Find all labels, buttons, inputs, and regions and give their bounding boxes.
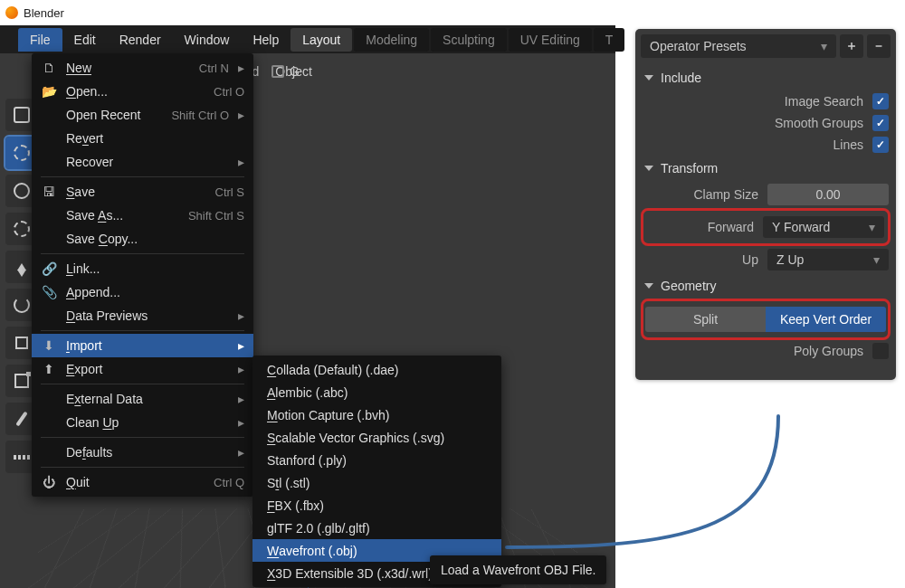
menu-item-open-recent[interactable]: Open RecentShift Ctrl O▸	[32, 103, 253, 127]
rotate-icon	[14, 297, 30, 313]
triangle-down-icon	[644, 75, 653, 81]
save-icon: 🖫	[41, 185, 57, 199]
toggle-keep-vert-order[interactable]: Keep Vert Order	[766, 307, 886, 332]
highlight-geometry-toggle: Split Keep Vert Order	[641, 299, 891, 340]
import-collada[interactable]: Collada (Default) (.dae)	[252, 358, 501, 381]
tab-uv-editing[interactable]: UV Editing	[509, 28, 592, 52]
import-stl[interactable]: Stl (.stl)	[252, 471, 501, 494]
tooltip: Load a Wavefront OBJ File.	[430, 555, 606, 584]
titlebar: Blender	[0, 0, 905, 25]
blender-logo-icon	[5, 6, 18, 19]
power-icon: ⏻	[41, 475, 57, 489]
checkbox-lines[interactable]	[872, 137, 889, 153]
file-menu-dropdown: 🗋NewCtrl N▸ 📂Open...Ctrl O Open RecentSh…	[32, 53, 253, 497]
menubar: File Edit Render Window Help	[18, 28, 291, 52]
workspace-tabs: Layout Modeling Sculpting UV Editing T	[291, 28, 624, 52]
label-clamp-size: Clamp Size	[693, 187, 758, 202]
import-svg[interactable]: Scalable Vector Graphics (.svg)	[252, 426, 501, 449]
menu-file[interactable]: File	[18, 28, 62, 52]
menu-item-save-copy[interactable]: Save Copy...	[32, 227, 253, 251]
triangle-down-icon	[644, 283, 653, 289]
append-icon: 📎	[41, 285, 57, 299]
menu-item-recover[interactable]: Recover▸	[32, 150, 253, 174]
menu-item-save-as[interactable]: Save As...Shift Ctrl S	[32, 204, 253, 227]
menu-item-data-previews[interactable]: Data Previews▸	[32, 304, 253, 327]
lasso-icon	[14, 221, 30, 237]
cursor-icon	[14, 145, 30, 161]
import-fbx[interactable]: FBX (.fbx)	[252, 494, 501, 517]
folder-open-icon: 📂	[41, 84, 57, 99]
chevron-down-icon: ▾	[821, 39, 827, 53]
menu-item-save[interactable]: 🖫SaveCtrl S	[32, 180, 253, 204]
label-up: Up	[742, 252, 758, 267]
label-forward: Forward	[708, 220, 754, 234]
export-icon: ⬆	[41, 362, 57, 376]
menu-edit[interactable]: Edit	[62, 28, 108, 52]
menu-item-import[interactable]: ⬇Import▸	[32, 334, 253, 357]
tab-sculpting[interactable]: Sculpting	[431, 28, 507, 52]
gizmo-label: G	[290, 64, 300, 79]
gizmo-icon[interactable]	[272, 65, 284, 78]
dropdown-up[interactable]: Z Up▾	[767, 249, 889, 270]
menu-item-revert[interactable]: Revert	[32, 127, 253, 150]
triangle-down-icon	[644, 166, 653, 171]
menu-item-clean-up[interactable]: Clean Up▸	[32, 411, 253, 434]
file-new-icon: 🗋	[41, 61, 57, 75]
label-smooth-groups: Smooth Groups	[775, 116, 863, 130]
label-poly-groups: Poly Groups	[794, 344, 863, 358]
preset-select[interactable]: Operator Presets▾	[641, 34, 836, 58]
import-ply[interactable]: Stanford (.ply)	[252, 449, 501, 471]
tab-more[interactable]: T	[594, 28, 625, 52]
import-alembic[interactable]: Alembic (.abc)	[252, 381, 501, 403]
window-title: Blender	[24, 6, 64, 20]
checkbox-image-search[interactable]	[872, 93, 889, 109]
import-gltf[interactable]: glTF 2.0 (.glb/.gltf)	[252, 517, 501, 539]
preset-remove-button[interactable]: －	[867, 34, 891, 58]
toggle-split[interactable]: Split	[645, 307, 766, 332]
section-transform[interactable]: Transform	[641, 156, 891, 181]
menu-item-defaults[interactable]: Defaults▸	[32, 441, 253, 464]
tab-layout[interactable]: Layout	[291, 28, 352, 52]
select-box-icon	[14, 107, 30, 123]
highlight-forward: ForwardY Forward▾	[641, 208, 891, 246]
measure-icon	[14, 455, 30, 460]
menu-item-export[interactable]: ⬆Export▸	[32, 357, 253, 381]
menu-render[interactable]: Render	[108, 28, 173, 52]
annotate-icon	[15, 411, 28, 426]
input-clamp-size[interactable]: 0.00	[767, 184, 889, 205]
label-lines: Lines	[834, 138, 863, 152]
chevron-down-icon: ▾	[869, 220, 875, 234]
dropdown-forward[interactable]: Y Forward▾	[763, 216, 884, 238]
menu-item-link[interactable]: 🔗Link...	[32, 257, 253, 280]
import-submenu: Collada (Default) (.dae) Alembic (.abc) …	[252, 356, 501, 587]
preset-add-button[interactable]: ＋	[840, 34, 863, 58]
section-geometry[interactable]: Geometry	[641, 273, 891, 299]
section-include[interactable]: Include	[641, 65, 891, 90]
circle-icon	[14, 183, 30, 199]
import-icon: ⬇	[41, 338, 57, 353]
menu-item-new[interactable]: 🗋NewCtrl N▸	[32, 56, 253, 80]
import-bvh[interactable]: Motion Capture (.bvh)	[252, 403, 501, 426]
menu-item-external-data[interactable]: External Data▸	[32, 387, 253, 411]
preset-row: Operator Presets▾ ＋ －	[641, 34, 891, 58]
topbar: File Edit Render Window Help Layout Mode…	[0, 25, 615, 53]
checkbox-poly-groups[interactable]	[872, 343, 889, 359]
tab-modeling[interactable]: Modeling	[354, 28, 429, 52]
menu-help[interactable]: Help	[241, 28, 291, 52]
menu-item-open[interactable]: 📂Open...Ctrl O	[32, 80, 253, 103]
menu-item-quit[interactable]: ⏻QuitCtrl Q	[32, 470, 253, 494]
move-icon	[17, 263, 26, 270]
chevron-down-icon: ▾	[873, 252, 880, 267]
link-icon: 🔗	[41, 261, 57, 276]
menu-item-append[interactable]: 📎Append...	[32, 280, 253, 304]
menu-window[interactable]: Window	[173, 28, 242, 52]
transform-icon	[14, 374, 29, 388]
label-image-search: Image Search	[785, 94, 863, 109]
operator-panel: Operator Presets▾ ＋ － Include Image Sear…	[635, 29, 896, 380]
scale-icon	[15, 337, 28, 349]
checkbox-smooth-groups[interactable]	[872, 115, 889, 131]
